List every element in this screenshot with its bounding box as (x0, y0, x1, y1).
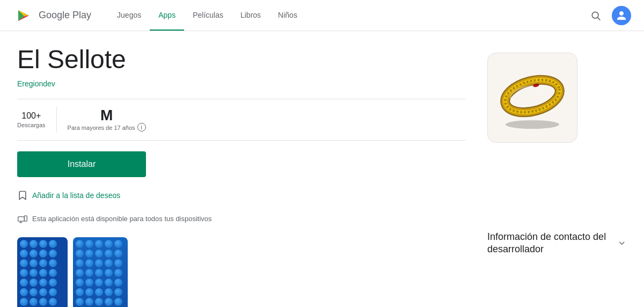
rating-label: Para mayores de 17 años (68, 125, 135, 131)
device-info-text: Esta aplicación está disponible para tod… (32, 215, 212, 223)
dot (76, 240, 84, 248)
dot (30, 250, 38, 258)
nav-item-ninos[interactable]: Niños (269, 0, 306, 31)
dot (39, 240, 47, 248)
nav-item-peliculas[interactable]: Películas (184, 0, 232, 31)
dot (114, 298, 122, 306)
dot (20, 250, 28, 258)
google-play-logo[interactable]: Google Play (13, 5, 91, 26)
dot (105, 240, 113, 248)
dot (85, 240, 93, 248)
dot (20, 240, 28, 248)
device-info: Esta aplicación está disponible para tod… (17, 214, 466, 224)
dot (49, 269, 57, 277)
dot (95, 269, 103, 277)
dot (20, 279, 28, 287)
app-title: El Sellote (17, 44, 466, 75)
screenshot-2[interactable] (73, 237, 128, 307)
app-details-left: El Sellote Eregiondev 100+ Descargas M P… (17, 44, 466, 307)
nav-item-libros[interactable]: Libros (232, 0, 269, 31)
header-right (586, 6, 631, 25)
dot (49, 279, 57, 287)
svg-point-7 (506, 120, 559, 129)
main-nav: Juegos Apps Películas Libros Niños (108, 0, 586, 31)
developer-info-section: Información de contacto del desarrollado… (487, 226, 627, 260)
dot (95, 279, 103, 287)
dot (76, 298, 84, 306)
dot (76, 288, 84, 296)
developer-info-header[interactable]: Información de contacto del desarrollado… (487, 226, 627, 260)
dot (39, 279, 47, 287)
dot (76, 250, 84, 258)
dot (105, 279, 113, 287)
dot (114, 279, 122, 287)
dot (76, 269, 84, 277)
stat-downloads: 100+ Descargas (17, 107, 57, 133)
screenshots-section (17, 237, 466, 307)
dot (95, 250, 103, 258)
dot (114, 269, 122, 277)
svg-point-1 (592, 12, 598, 18)
dot (85, 269, 93, 277)
dot (114, 288, 122, 296)
dot (85, 279, 93, 287)
app-icon-image (492, 63, 573, 133)
developer-info-title: Información de contacto del desarrollado… (487, 231, 617, 256)
dot (105, 288, 113, 296)
dot (114, 259, 122, 267)
dot (30, 259, 38, 267)
dot (49, 298, 57, 306)
main-content: El Sellote Eregiondev 100+ Descargas M P… (0, 31, 644, 307)
app-details-right: Información de contacto del desarrollado… (487, 44, 627, 307)
wishlist-label: Añadir a la lista de deseos (32, 191, 120, 200)
dot (49, 288, 57, 296)
dot (49, 250, 57, 258)
dot (105, 250, 113, 258)
dot (39, 259, 47, 267)
downloads-label: Descargas (17, 122, 46, 128)
rating-m-badge: M (100, 108, 113, 123)
svg-line-2 (598, 17, 601, 20)
header: Google Play Juegos Apps Películas Libros… (0, 0, 644, 31)
dot (30, 240, 38, 248)
wishlist-button[interactable]: Añadir a la lista de deseos (17, 186, 120, 205)
app-icon (487, 53, 577, 143)
search-button[interactable] (586, 6, 605, 25)
dot (49, 259, 57, 267)
nav-item-juegos[interactable]: Juegos (108, 0, 150, 31)
dot (30, 269, 38, 277)
user-avatar[interactable] (612, 6, 631, 25)
dot (39, 250, 47, 258)
logo-text: Google Play (39, 10, 91, 21)
dot (95, 298, 103, 306)
google-play-icon (13, 5, 34, 26)
chevron-down-icon (617, 237, 627, 250)
dot (30, 288, 38, 296)
dot (114, 250, 122, 258)
search-icon (590, 10, 601, 21)
dot (39, 288, 47, 296)
screenshot-1-content (17, 237, 68, 307)
dot (20, 298, 28, 306)
dot (95, 259, 103, 267)
dot (105, 269, 113, 277)
dot (20, 259, 28, 267)
screenshot-1[interactable] (17, 237, 68, 307)
dot (49, 240, 57, 248)
downloads-value: 100+ (21, 111, 41, 121)
dot (76, 279, 84, 287)
dot (105, 298, 113, 306)
info-icon[interactable]: i (137, 123, 146, 131)
install-button[interactable]: Instalar (17, 151, 146, 177)
dot (76, 259, 84, 267)
dot (20, 288, 28, 296)
dot (95, 288, 103, 296)
rating-value: M (100, 108, 113, 123)
dot (39, 298, 47, 306)
dot (114, 240, 122, 248)
developer-link[interactable]: Eregiondev (17, 79, 466, 88)
dot (85, 288, 93, 296)
devices-icon (17, 214, 28, 224)
stats-row: 100+ Descargas M Para mayores de 17 años… (17, 99, 466, 141)
nav-item-apps[interactable]: Apps (150, 0, 184, 31)
